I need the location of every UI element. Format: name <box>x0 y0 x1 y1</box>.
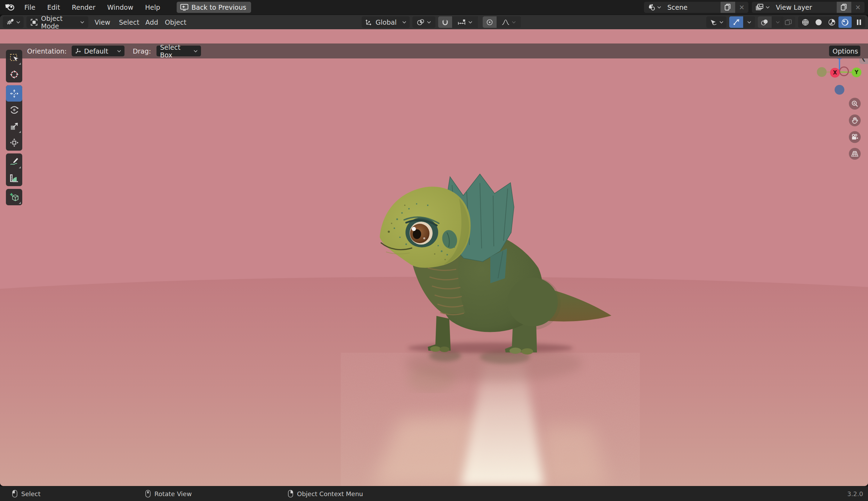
unlink-scene-button[interactable]: ✕ <box>735 2 748 13</box>
menu-render[interactable]: Render <box>66 0 102 15</box>
drag-mode-dropdown[interactable]: Select Box <box>156 46 201 56</box>
mouse-middle-button-icon <box>145 490 151 498</box>
pan-button[interactable] <box>849 114 861 126</box>
orientation-label: Orientation: <box>27 47 67 55</box>
mode-selector[interactable]: Object Mode <box>26 16 88 28</box>
tool-annotate[interactable] <box>6 153 22 170</box>
show-gizmos-toggle[interactable] <box>729 16 743 28</box>
chevron-down-icon <box>766 6 770 9</box>
tool-cursor[interactable] <box>6 66 22 82</box>
proportional-falloff-dropdown[interactable] <box>497 16 521 28</box>
tool-scale[interactable] <box>6 118 22 134</box>
remove-view-layer-button[interactable]: ✕ <box>851 2 865 13</box>
toolbar <box>6 50 22 205</box>
gizmo-axis-y[interactable]: Y <box>852 67 861 77</box>
menu-window[interactable]: Window <box>101 0 139 15</box>
snap-toggle[interactable] <box>438 16 452 28</box>
orientation-value: Global <box>376 18 399 26</box>
status-bar: Select Rotate View Object Context Menu 3… <box>0 486 868 501</box>
chevron-down-icon <box>468 21 472 24</box>
xray-icon <box>785 19 792 26</box>
snap-settings-dropdown[interactable] <box>452 16 478 28</box>
menu-edit[interactable]: Edit <box>41 0 66 15</box>
chevron-down-icon <box>512 21 516 24</box>
back-to-previous-label: Back to Previous <box>192 3 247 11</box>
tool-transform[interactable] <box>6 134 22 151</box>
blender-logo-icon[interactable] <box>0 3 18 11</box>
tool-select-box[interactable] <box>6 50 22 66</box>
orientation-value: Default <box>84 47 114 55</box>
view-layer-selector[interactable]: View Layer ✕ <box>752 2 865 13</box>
add-cube-icon <box>9 192 19 202</box>
show-overlays-toggle[interactable] <box>758 16 772 28</box>
menu-select[interactable]: Select <box>119 15 139 29</box>
shading-material-button[interactable] <box>825 16 838 28</box>
gizmo-axis-x-negative[interactable] <box>839 66 849 76</box>
editor-type-selector[interactable] <box>3 16 24 28</box>
gizmo-axis-z-negative[interactable] <box>835 85 844 95</box>
scene-name[interactable]: Scene <box>664 3 721 11</box>
shading-solid-button[interactable] <box>812 16 825 28</box>
chevron-down-icon <box>16 21 20 24</box>
shading-rendered-button[interactable] <box>838 16 852 28</box>
3d-cursor-icon <box>10 70 19 79</box>
gizmo-axis-x[interactable]: X <box>830 68 840 78</box>
options-dropdown[interactable]: Options <box>829 46 860 56</box>
pivot-point-dropdown[interactable] <box>412 16 435 28</box>
new-view-layer-button[interactable] <box>837 2 851 13</box>
dino-head <box>380 187 471 268</box>
zoom-button[interactable] <box>849 98 861 110</box>
transform-orientation-dropdown[interactable]: Global <box>362 16 410 28</box>
pause-icon <box>857 19 861 25</box>
camera-view-button[interactable] <box>849 131 861 143</box>
view-layer-icon[interactable] <box>752 2 772 13</box>
gizmos-settings-dropdown[interactable] <box>743 16 755 28</box>
shading-wireframe-button[interactable] <box>799 16 812 28</box>
orientation-dropdown[interactable]: Default <box>72 46 124 56</box>
back-to-previous-button[interactable]: Back to Previous <box>177 2 251 13</box>
dinosaur-object[interactable] <box>376 164 619 393</box>
header-pause-button[interactable] <box>853 16 865 28</box>
pan-hand-icon <box>851 117 858 124</box>
gizmo-axis-y-negative[interactable] <box>817 67 827 77</box>
chevron-down-icon <box>427 21 431 24</box>
pivot-point-icon <box>417 19 425 26</box>
selectability-visibility-dropdown[interactable] <box>706 16 726 28</box>
select-box-icon <box>10 54 19 63</box>
tool-add-cube[interactable] <box>6 189 22 205</box>
scene-selector[interactable]: Scene ✕ <box>644 2 748 13</box>
chevron-down-icon <box>117 50 121 53</box>
xray-toggle[interactable] <box>781 16 795 28</box>
menu-file[interactable]: File <box>18 0 41 15</box>
solid-sphere-icon <box>815 18 822 26</box>
menu-object[interactable]: Object <box>165 15 186 29</box>
overlays-group <box>758 16 783 28</box>
tool-measure[interactable] <box>6 170 22 186</box>
chevron-down-icon <box>657 6 661 9</box>
snapping-group <box>438 16 478 28</box>
chevron-down-icon <box>776 21 780 24</box>
viewport-canvas[interactable]: Z X Y <box>0 29 868 486</box>
proportional-editing-toggle[interactable] <box>483 16 497 28</box>
tool-move[interactable] <box>6 85 22 102</box>
view-layer-name[interactable]: View Layer <box>772 3 837 11</box>
perspective-toggle-button[interactable] <box>849 148 861 160</box>
new-scene-button[interactable] <box>721 2 735 13</box>
hint-select: Select <box>12 490 41 498</box>
tool-settings-bar: Orientation: Default Drag: Select Box <box>0 43 868 58</box>
menu-help[interactable]: Help <box>139 0 166 15</box>
menu-view[interactable]: View <box>95 15 110 29</box>
gizmo-arrow-icon <box>733 19 740 26</box>
hint-rotate-view: Rotate View <box>145 490 192 498</box>
duplicate-icon <box>724 3 731 11</box>
mode-label: Object Mode <box>41 15 77 30</box>
menu-add[interactable]: Add <box>145 15 158 29</box>
mouse-left-button-icon <box>12 490 17 498</box>
tool-rotate[interactable] <box>6 102 22 118</box>
falloff-curve-icon <box>502 19 509 26</box>
hint-label: Object Context Menu <box>297 490 363 498</box>
chevron-down-icon <box>80 21 84 24</box>
scene-icon[interactable] <box>644 2 664 13</box>
hint-label: Rotate View <box>154 490 192 498</box>
3d-viewport-area: Object Mode View Select Add Object Globa… <box>0 15 868 486</box>
